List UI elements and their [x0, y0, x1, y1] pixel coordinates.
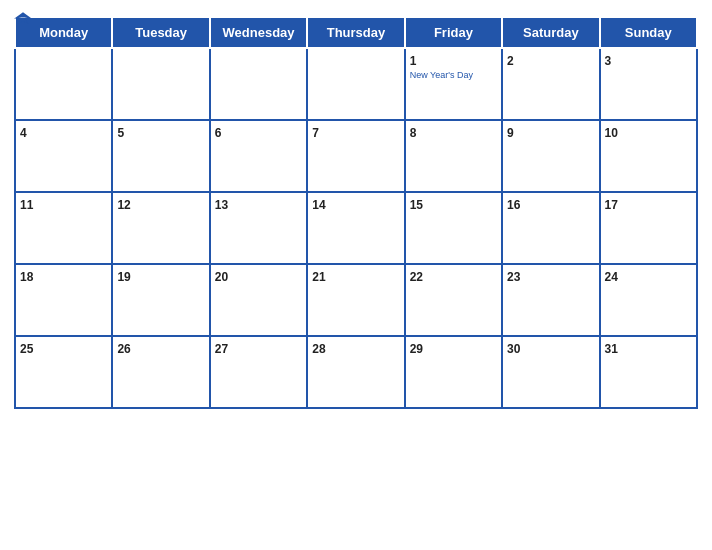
calendar-cell: 29: [405, 336, 502, 408]
calendar-cell: 5: [112, 120, 209, 192]
calendar-cell: 14: [307, 192, 404, 264]
day-number: 19: [117, 270, 130, 284]
calendar-cell: 21: [307, 264, 404, 336]
day-number: 25: [20, 342, 33, 356]
day-number: 13: [215, 198, 228, 212]
calendar-cell: 15: [405, 192, 502, 264]
day-number: 23: [507, 270, 520, 284]
day-number: 31: [605, 342, 618, 356]
day-number: 18: [20, 270, 33, 284]
day-number: 21: [312, 270, 325, 284]
calendar-week-row: 11121314151617: [15, 192, 697, 264]
holiday-label: New Year's Day: [410, 70, 497, 81]
calendar-table: Monday Tuesday Wednesday Thursday Friday…: [14, 16, 698, 409]
calendar-cell: 6: [210, 120, 307, 192]
logo: [14, 10, 34, 26]
day-number: 3: [605, 54, 612, 68]
calendar-cell: [112, 48, 209, 120]
day-number: 5: [117, 126, 124, 140]
day-number: 29: [410, 342, 423, 356]
calendar-cell: [307, 48, 404, 120]
calendar-cell: 27: [210, 336, 307, 408]
logo-blue-area: [14, 10, 34, 26]
calendar-cell: 24: [600, 264, 697, 336]
calendar-cell: 17: [600, 192, 697, 264]
page: Monday Tuesday Wednesday Thursday Friday…: [0, 0, 712, 550]
calendar-cell: 16: [502, 192, 599, 264]
calendar-cell: 18: [15, 264, 112, 336]
calendar-header: Monday Tuesday Wednesday Thursday Friday…: [15, 17, 697, 48]
day-number: 24: [605, 270, 618, 284]
calendar-cell: 4: [15, 120, 112, 192]
calendar-cell: 12: [112, 192, 209, 264]
calendar-cell: 23: [502, 264, 599, 336]
day-number: 7: [312, 126, 319, 140]
day-number: 8: [410, 126, 417, 140]
day-number: 14: [312, 198, 325, 212]
calendar-cell: 11: [15, 192, 112, 264]
day-number: 20: [215, 270, 228, 284]
calendar-cell: 19: [112, 264, 209, 336]
svg-marker-1: [17, 17, 28, 24]
day-number: 27: [215, 342, 228, 356]
col-thursday: Thursday: [307, 17, 404, 48]
calendar-cell: [15, 48, 112, 120]
calendar-cell: 31: [600, 336, 697, 408]
day-number: 26: [117, 342, 130, 356]
calendar-cell: 25: [15, 336, 112, 408]
day-number: 28: [312, 342, 325, 356]
calendar-cell: 7: [307, 120, 404, 192]
calendar-cell: 3: [600, 48, 697, 120]
col-friday: Friday: [405, 17, 502, 48]
days-of-week-row: Monday Tuesday Wednesday Thursday Friday…: [15, 17, 697, 48]
calendar-cell: 30: [502, 336, 599, 408]
day-number: 30: [507, 342, 520, 356]
calendar-cell: 26: [112, 336, 209, 408]
calendar-cell: 22: [405, 264, 502, 336]
calendar-cell: 10: [600, 120, 697, 192]
calendar-week-row: 25262728293031: [15, 336, 697, 408]
calendar-cell: 9: [502, 120, 599, 192]
day-number: 17: [605, 198, 618, 212]
day-number: 12: [117, 198, 130, 212]
day-number: 2: [507, 54, 514, 68]
calendar-cell: 20: [210, 264, 307, 336]
col-sunday: Sunday: [600, 17, 697, 48]
calendar-body: 1New Year's Day2345678910111213141516171…: [15, 48, 697, 408]
day-number: 4: [20, 126, 27, 140]
day-number: 6: [215, 126, 222, 140]
calendar-cell: 13: [210, 192, 307, 264]
col-tuesday: Tuesday: [112, 17, 209, 48]
day-number: 16: [507, 198, 520, 212]
calendar-cell: 1New Year's Day: [405, 48, 502, 120]
calendar-week-row: 18192021222324: [15, 264, 697, 336]
day-number: 10: [605, 126, 618, 140]
day-number: 1: [410, 54, 417, 68]
col-saturday: Saturday: [502, 17, 599, 48]
col-wednesday: Wednesday: [210, 17, 307, 48]
day-number: 15: [410, 198, 423, 212]
calendar-cell: 8: [405, 120, 502, 192]
day-number: 11: [20, 198, 33, 212]
calendar-week-row: 45678910: [15, 120, 697, 192]
calendar-cell: 2: [502, 48, 599, 120]
calendar-week-row: 1New Year's Day23: [15, 48, 697, 120]
calendar-cell: [210, 48, 307, 120]
calendar-cell: 28: [307, 336, 404, 408]
day-number: 22: [410, 270, 423, 284]
logo-bird-icon: [14, 10, 32, 26]
day-number: 9: [507, 126, 514, 140]
